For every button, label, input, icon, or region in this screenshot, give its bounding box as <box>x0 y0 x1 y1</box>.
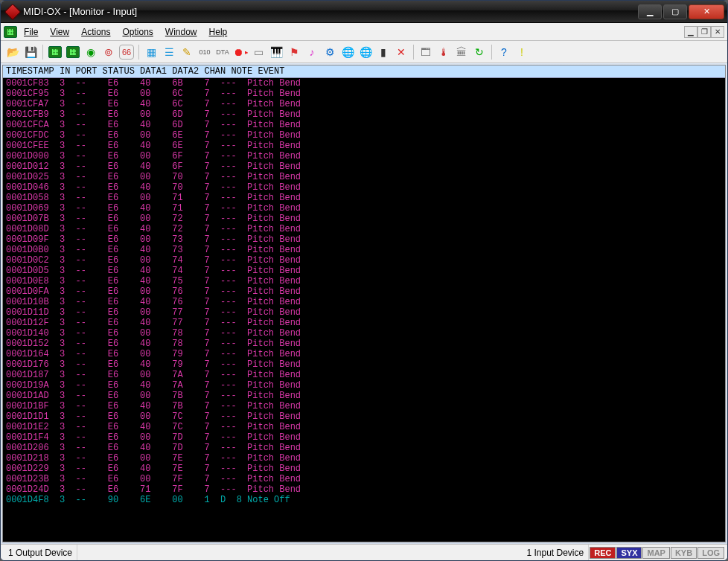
midi-event-row: 0001CF83 3 -- E6 40 6B 7 --- Pitch Bend <box>6 78 722 89</box>
minimize-button[interactable]: ▁ <box>638 4 662 19</box>
midi-event-row: 0001D069 3 -- E6 40 71 7 --- Pitch Bend <box>6 203 722 214</box>
menu-help[interactable]: Help <box>204 25 233 39</box>
binary-icon[interactable]: 010 <box>197 45 212 60</box>
refresh-icon[interactable]: ↻ <box>472 45 487 60</box>
midi-event-row: 0001D0B0 3 -- E6 40 73 7 --- Pitch Bend <box>6 245 722 255</box>
midi-event-row: 0001D23B 3 -- E6 00 7F 7 --- Pitch Bend <box>6 474 722 484</box>
device-icon[interactable]: ▭ <box>251 45 266 60</box>
midi-event-row: 0001D176 3 -- E6 40 79 7 --- Pitch Bend <box>6 359 722 370</box>
midi-event-row: 0001D08D 3 -- E6 40 72 7 --- Pitch Bend <box>6 224 722 234</box>
menu-view[interactable]: View <box>45 25 74 39</box>
midi-event-row: 0001D1F4 3 -- E6 00 7D 7 --- Pitch Bend <box>6 432 722 443</box>
pencil-icon[interactable]: ✎ <box>179 45 194 60</box>
badge-map[interactable]: MAP <box>642 547 669 559</box>
midi-event-row: 0001CFA7 3 -- E6 40 6C 7 --- Pitch Bend <box>6 99 722 109</box>
midi-event-row: 0001D025 3 -- E6 00 70 7 --- Pitch Bend <box>6 172 722 182</box>
badge-syx[interactable]: SYX <box>616 547 642 559</box>
status-output-device: 1 Output Device <box>4 545 77 560</box>
open-icon[interactable]: 📂 <box>5 45 20 60</box>
menu-window[interactable]: Window <box>160 25 202 39</box>
knobs-icon[interactable]: ⚙ <box>322 45 337 60</box>
midi-event-row: 0001CFB9 3 -- E6 00 6D 7 --- Pitch Bend <box>6 109 722 120</box>
midi-event-row: 0001CFEE 3 -- E6 40 6E 7 --- Pitch Bend <box>6 141 722 151</box>
midi-event-row: 0001D000 3 -- E6 00 6F 7 --- Pitch Bend <box>6 151 722 161</box>
badge-log[interactable]: LOG <box>697 547 724 559</box>
midi-event-row: 0001D218 3 -- E6 00 7E 7 --- Pitch Bend <box>6 453 722 464</box>
badge-rec[interactable]: REC <box>590 547 616 559</box>
midi-event-row: 0001D1E2 3 -- E6 40 7C 7 --- Pitch Bend <box>6 422 722 432</box>
note-icon[interactable]: ♪ <box>304 45 319 60</box>
building-icon[interactable]: 🏛 <box>454 45 469 60</box>
midi-event-row: 0001D24D 3 -- E6 71 7F 7 --- Pitch Bend <box>6 484 722 495</box>
toolbar: 📂 💾 ◉ ⊚ 66 ▦ ☰ ✎ 010 DTA ⏺▸ ▭ 🎹 ⚑ ♪ ⚙ 🌐 … <box>1 41 727 63</box>
midi-event-row: 0001D09F 3 -- E6 00 73 7 --- Pitch Bend <box>6 234 722 245</box>
menubar: File View Actions Options Window Help ▁ … <box>1 23 727 41</box>
keyboard-icon[interactable]: 🎹 <box>269 45 284 60</box>
midi-event-row: 0001D4F8 3 -- 90 6E 00 1 D 8 Note Off <box>6 495 722 505</box>
midi-event-row: 0001D0FA 3 -- E6 00 76 7 --- Pitch Bend <box>6 286 722 297</box>
midi-event-row: 0001D1AD 3 -- E6 00 7B 7 --- Pitch Bend <box>6 391 722 401</box>
midi-event-row: 0001D1BF 3 -- E6 40 7B 7 --- Pitch Bend <box>6 401 722 411</box>
mdi-icon[interactable] <box>4 26 17 38</box>
slider-icon[interactable]: ▮ <box>376 45 391 60</box>
titlebar[interactable]: MIDI-OX - [Monitor - Input] ▁ ▢ ✕ <box>1 1 727 23</box>
midi-event-row: 0001CFCA 3 -- E6 40 6D 7 --- Pitch Bend <box>6 120 722 130</box>
midi-event-row: 0001D0E8 3 -- E6 40 75 7 --- Pitch Bend <box>6 276 722 286</box>
midi-event-row: 0001D229 3 -- E6 40 7E 7 --- Pitch Bend <box>6 464 722 474</box>
app-icon <box>4 3 22 20</box>
mdi-close-button[interactable]: ✕ <box>711 26 724 38</box>
menu-options[interactable]: Options <box>118 25 159 39</box>
route-icon[interactable]: 66 <box>119 45 134 60</box>
record-icon[interactable]: ⏺▸ <box>233 45 248 60</box>
alert-icon[interactable]: ! <box>514 45 529 60</box>
midi-event-row: 0001D152 3 -- E6 40 78 7 --- Pitch Bend <box>6 339 722 349</box>
maximize-button[interactable]: ▢ <box>663 4 687 19</box>
midi-event-row: 0001D206 3 -- E6 40 7D 7 --- Pitch Bend <box>6 443 722 453</box>
midi-event-row: 0001D10B 3 -- E6 40 76 7 --- Pitch Bend <box>6 297 722 307</box>
app-window: MIDI-OX - [Monitor - Input] ▁ ▢ ✕ File V… <box>0 0 728 561</box>
monitor2-icon[interactable] <box>66 45 80 60</box>
midi-event-row: 0001D19A 3 -- E6 40 7A 7 --- Pitch Bend <box>6 380 722 391</box>
midi-event-list: 0001CF83 3 -- E6 40 6B 7 --- Pitch Bend0… <box>3 78 725 505</box>
data-icon[interactable]: DTA <box>215 45 230 60</box>
midi-event-row: 0001D187 3 -- E6 00 7A 7 --- Pitch Bend <box>6 370 722 380</box>
midi-event-row: 0001CFDC 3 -- E6 00 6E 7 --- Pitch Bend <box>6 130 722 141</box>
mdi-minimize-button[interactable]: ▁ <box>684 26 697 38</box>
menu-actions[interactable]: Actions <box>76 25 115 39</box>
globe-icon[interactable]: 🌐 <box>340 45 355 60</box>
flag-icon[interactable]: ⚑ <box>287 45 301 60</box>
midi-event-row: 0001D164 3 -- E6 00 79 7 --- Pitch Bend <box>6 349 722 359</box>
menu-file[interactable]: File <box>19 25 43 39</box>
temp-icon[interactable]: 🌡 <box>436 45 451 60</box>
midi-event-row: 0001D0D5 3 -- E6 40 74 7 --- Pitch Bend <box>6 266 722 276</box>
midi-event-row: 0001D0C2 3 -- E6 00 74 7 --- Pitch Bend <box>6 255 722 266</box>
list-icon[interactable]: ☰ <box>162 45 176 60</box>
mdi-restore-button[interactable]: ❐ <box>697 26 711 38</box>
column-header: TIMESTAMP IN PORT STATUS DATA1 DATA2 CHA… <box>3 65 725 78</box>
statusbar: 1 Output Device 1 Input Device REC SYX M… <box>1 544 727 560</box>
window-title: MIDI-OX - [Monitor - Input] <box>23 6 632 17</box>
folder-icon[interactable]: 🗔 <box>418 45 433 60</box>
midi-event-row: 0001D12F 3 -- E6 40 77 7 --- Pitch Bend <box>6 318 722 328</box>
grid-icon[interactable]: ▦ <box>144 45 159 60</box>
midi-event-row: 0001D140 3 -- E6 00 78 7 --- Pitch Bend <box>6 328 722 339</box>
target-icon[interactable]: ⊚ <box>101 45 116 60</box>
midi-event-row: 0001D058 3 -- E6 00 71 7 --- Pitch Bend <box>6 193 722 203</box>
monitor-panel[interactable]: TIMESTAMP IN PORT STATUS DATA1 DATA2 CHA… <box>2 65 726 542</box>
midi-event-row: 0001CF95 3 -- E6 00 6C 7 --- Pitch Bend <box>6 89 722 99</box>
radar-icon[interactable]: ◉ <box>83 45 98 60</box>
status-input-device: 1 Input Device <box>523 545 590 560</box>
delete-icon[interactable]: ✕ <box>394 45 409 60</box>
midi-event-row: 0001D012 3 -- E6 40 6F 7 --- Pitch Bend <box>6 161 722 172</box>
save-icon[interactable]: 💾 <box>23 45 38 60</box>
midi-event-row: 0001D046 3 -- E6 40 70 7 --- Pitch Bend <box>6 182 722 193</box>
globe2-icon[interactable]: 🌐 <box>358 45 373 60</box>
help-icon[interactable]: ? <box>496 45 511 60</box>
midi-event-row: 0001D1D1 3 -- E6 00 7C 7 --- Pitch Bend <box>6 411 722 422</box>
close-button[interactable]: ✕ <box>689 4 724 19</box>
midi-event-row: 0001D07B 3 -- E6 00 72 7 --- Pitch Bend <box>6 214 722 224</box>
monitor1-icon[interactable] <box>48 45 63 60</box>
midi-event-row: 0001D11D 3 -- E6 00 77 7 --- Pitch Bend <box>6 307 722 318</box>
badge-kyb[interactable]: KYB <box>671 547 697 559</box>
